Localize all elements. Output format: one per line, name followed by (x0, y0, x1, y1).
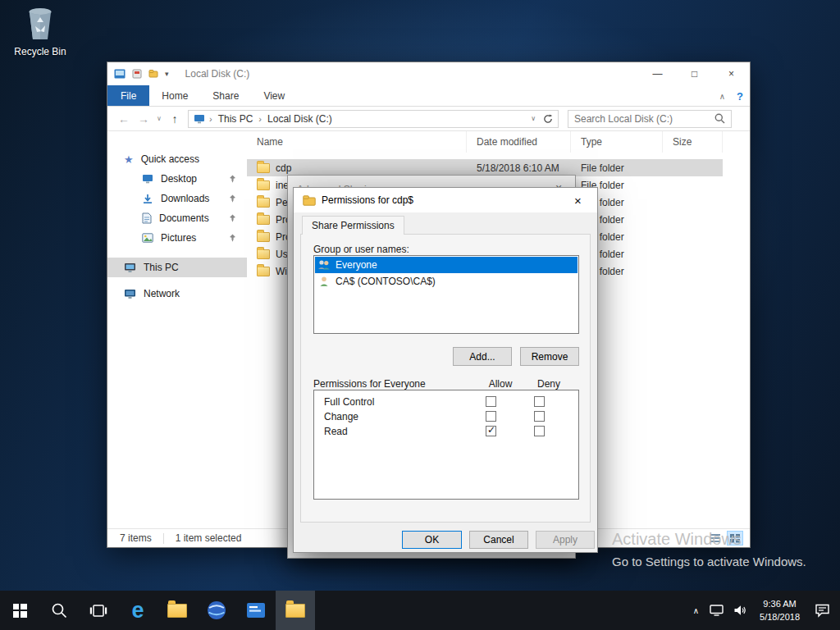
column-header-name[interactable]: Name (247, 131, 467, 153)
folder-icon (257, 232, 270, 242)
taskbar-search-button[interactable] (39, 591, 79, 630)
windows-logo-icon (13, 604, 27, 618)
column-header-size[interactable]: Size (663, 131, 723, 153)
qat-properties-icon[interactable] (132, 69, 142, 79)
start-button[interactable] (0, 591, 39, 630)
network-tray-icon[interactable] (705, 605, 728, 616)
sidebar-item-network[interactable]: Network (107, 284, 247, 304)
full-control-deny-checkbox[interactable] (534, 396, 545, 407)
search-input[interactable] (574, 113, 714, 125)
recycle-bin-label: Recycle Bin (8, 46, 72, 57)
sidebar-item-this-pc[interactable]: This PC (107, 258, 247, 277)
permission-row-full-control: Full Control (314, 395, 578, 409)
cancel-button[interactable]: Cancel (469, 531, 528, 549)
breadcrumb-computer-icon (194, 114, 205, 124)
history-chevron[interactable]: ∨ (153, 115, 165, 122)
forward-button[interactable]: → (134, 112, 153, 126)
sidebar-item-label: Network (144, 288, 180, 299)
search-icon[interactable] (714, 113, 725, 124)
sidebar-item-documents[interactable]: Documents (107, 208, 247, 228)
tab-share-permissions[interactable]: Share Permissions (302, 216, 404, 235)
sidebar-item-downloads[interactable]: Downloads (107, 189, 247, 208)
permission-name: Full Control (324, 396, 374, 408)
pin-icon (228, 214, 236, 222)
qat-customize-chevron[interactable]: ▾ (165, 70, 169, 78)
sidebar-item-pictures[interactable]: Pictures (107, 228, 247, 248)
edge-browser-button[interactable]: e (118, 591, 158, 630)
open-folder-window-button[interactable] (276, 591, 315, 630)
sidebar-item-label: This PC (144, 262, 179, 273)
action-center-icon (815, 603, 830, 618)
apply-button[interactable]: Apply (536, 531, 595, 549)
group-names-label: Group or user names: (313, 244, 409, 255)
help-icon[interactable]: ? (737, 90, 743, 103)
address-bar[interactable]: › This PC › Local Disk (C:) ∨ (188, 110, 559, 128)
file-row[interactable]: cdp 5/18/2018 6:10 AM File folder (247, 159, 723, 176)
tab-share[interactable]: Share (200, 85, 251, 106)
system-tray: ∧ 9:36 AM 5/18/2018 (687, 591, 840, 630)
tab-view[interactable]: View (251, 85, 297, 106)
change-deny-checkbox[interactable] (534, 411, 545, 422)
navigation-bar: ← → ∨ ↑ › This PC › Local Disk (C:) ∨ (107, 107, 750, 131)
breadcrumb-this-pc[interactable]: This PC (217, 113, 255, 125)
close-button[interactable]: × (713, 62, 750, 85)
group-item-everyone[interactable]: Everyone (315, 257, 578, 273)
folder-icon (257, 215, 270, 225)
pin-icon (228, 194, 236, 203)
column-headers: Name Date modified Type Size (247, 131, 750, 153)
refresh-button[interactable] (543, 114, 553, 124)
recycle-bin[interactable]: Recycle Bin (8, 7, 72, 57)
documents-icon (142, 212, 152, 224)
quick-access-label: Quick access (141, 153, 199, 165)
folder-icon (257, 180, 270, 190)
task-view-button[interactable] (79, 591, 118, 630)
change-allow-checkbox[interactable] (486, 411, 496, 422)
sidebar-item-label: Desktop (161, 173, 197, 185)
permission-row-change: Change (314, 409, 578, 424)
file-explorer-button[interactable] (158, 591, 197, 630)
group-item-cas[interactable]: CA$ (CONTOSO\CA$) (315, 273, 578, 290)
app-button[interactable] (236, 591, 276, 630)
ribbon-collapse-chevron[interactable]: ∧ (719, 92, 725, 101)
qat-new-folder-icon[interactable] (148, 69, 158, 79)
maximize-button[interactable]: □ (676, 62, 713, 85)
sidebar-item-desktop[interactable]: Desktop (107, 169, 247, 189)
read-deny-checkbox[interactable] (534, 426, 545, 436)
title-bar: ▾ Local Disk (C:) — □ × (107, 62, 750, 85)
sidebar-item-label: Downloads (161, 193, 209, 204)
ok-button[interactable]: OK (402, 531, 462, 549)
volume-icon[interactable] (728, 605, 751, 616)
search-icon (51, 602, 67, 619)
up-button[interactable]: ↑ (165, 112, 185, 126)
hidden-icons-chevron[interactable]: ∧ (687, 606, 705, 615)
breadcrumb-separator: › (258, 114, 262, 124)
browser-button[interactable] (197, 591, 236, 630)
activate-watermark-title: Activate Windows (612, 530, 742, 549)
back-button[interactable]: ← (114, 112, 134, 126)
add-button[interactable]: Add... (453, 347, 512, 366)
folder-icon (257, 267, 270, 276)
permission-row-read: Read (314, 424, 578, 439)
address-dropdown-chevron[interactable]: ∨ (531, 115, 536, 122)
permission-name: Change (324, 411, 358, 422)
tab-home[interactable]: Home (149, 85, 200, 106)
desktop: Recycle Bin ▾ Local Disk (C:) — □ × File… (0, 0, 840, 630)
action-center-button[interactable] (808, 603, 840, 618)
sidebar-item-quick-access[interactable]: ★ Quick access (107, 149, 247, 169)
column-header-type[interactable]: Type (571, 131, 663, 153)
breadcrumb-local-disk[interactable]: Local Disk (C:) (266, 113, 334, 125)
read-allow-checkbox[interactable] (486, 426, 496, 436)
folder-icon (257, 163, 270, 173)
explorer-logo-icon (114, 69, 126, 79)
group-name: CA$ (CONTOSO\CA$) (336, 276, 436, 287)
minimize-button[interactable]: — (639, 62, 676, 85)
close-button[interactable]: × (559, 189, 596, 212)
items-count: 7 items (120, 532, 152, 544)
tab-file[interactable]: File (107, 85, 149, 106)
network-icon (124, 289, 136, 299)
taskbar-clock[interactable]: 9:36 AM 5/18/2018 (751, 597, 808, 624)
desktop-icon (142, 174, 153, 184)
remove-button[interactable]: Remove (520, 347, 579, 366)
full-control-allow-checkbox[interactable] (486, 396, 496, 407)
column-header-date-modified[interactable]: Date modified (467, 131, 571, 153)
